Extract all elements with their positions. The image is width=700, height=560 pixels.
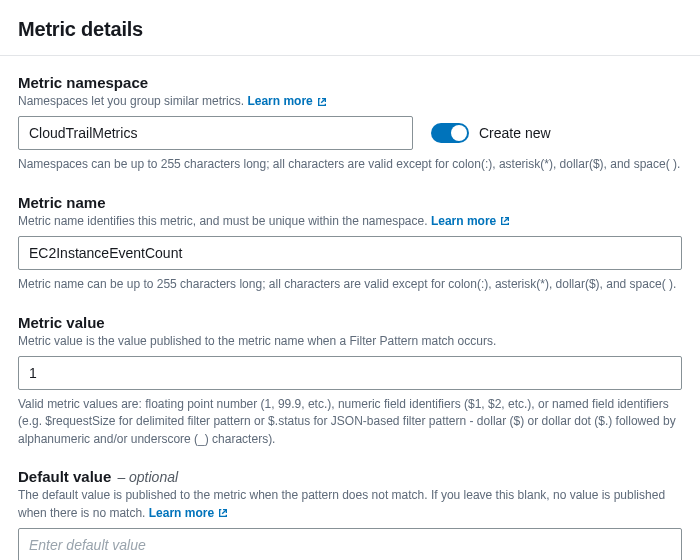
divider — [0, 55, 700, 56]
label-namespace: Metric namespace — [18, 74, 682, 91]
desc-value: Metric value is the value published to t… — [18, 333, 682, 350]
external-link-icon — [500, 216, 510, 226]
field-metric-value: Metric value Metric value is the value p… — [18, 314, 682, 449]
page-title: Metric details — [18, 18, 682, 41]
desc-name: Metric name identifies this metric, and … — [18, 213, 682, 230]
external-link-icon — [317, 97, 327, 107]
field-metric-namespace: Metric namespace Namespaces let you grou… — [18, 74, 682, 174]
create-new-label: Create new — [479, 125, 551, 141]
desc-name-text: Metric name identifies this metric, and … — [18, 214, 428, 228]
optional-default: – optional — [117, 469, 178, 485]
field-default-value: Default value – optional The default val… — [18, 468, 682, 560]
hint-name: Metric name can be up to 255 characters … — [18, 276, 682, 293]
desc-default-text: The default value is published to the me… — [18, 488, 665, 519]
label-default: Default value — [18, 468, 111, 485]
learn-more-namespace[interactable]: Learn more — [247, 93, 326, 110]
default-value-input[interactable] — [18, 528, 682, 560]
create-new-toggle-group: Create new — [431, 123, 551, 143]
desc-namespace-text: Namespaces let you group similar metrics… — [18, 94, 244, 108]
namespace-input[interactable] — [18, 116, 413, 150]
learn-more-default[interactable]: Learn more — [149, 505, 228, 522]
learn-more-name[interactable]: Learn more — [431, 213, 510, 230]
hint-value: Valid metric values are: floating point … — [18, 396, 682, 448]
external-link-icon — [218, 508, 228, 518]
desc-default: The default value is published to the me… — [18, 487, 682, 522]
field-metric-name: Metric name Metric name identifies this … — [18, 194, 682, 294]
hint-namespace: Namespaces can be up to 255 characters l… — [18, 156, 682, 173]
metric-name-input[interactable] — [18, 236, 682, 270]
desc-namespace: Namespaces let you group similar metrics… — [18, 93, 682, 110]
create-new-toggle[interactable] — [431, 123, 469, 143]
label-name: Metric name — [18, 194, 682, 211]
metric-value-input[interactable] — [18, 356, 682, 390]
label-value: Metric value — [18, 314, 682, 331]
